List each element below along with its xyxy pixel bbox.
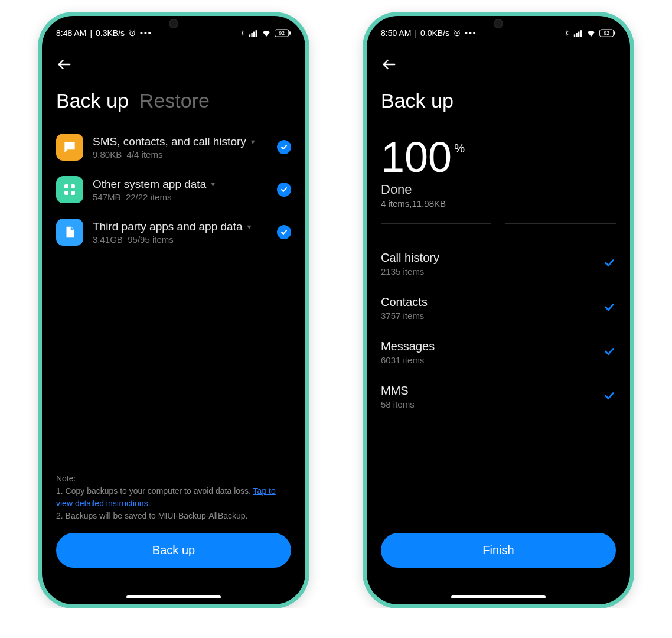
signal-icon bbox=[249, 30, 258, 37]
category-third-party[interactable]: Third party apps and app data ▼ 3.41GB 9… bbox=[56, 219, 291, 246]
chevron-down-icon: ▼ bbox=[250, 138, 256, 145]
finish-button[interactable]: Finish bbox=[381, 533, 616, 568]
wifi-icon bbox=[262, 30, 271, 37]
svg-rect-10 bbox=[64, 191, 68, 195]
done-label: Done bbox=[381, 182, 616, 197]
battery-icon: 92 bbox=[599, 29, 616, 37]
svg-rect-11 bbox=[71, 191, 75, 195]
svg-rect-18 bbox=[614, 31, 615, 35]
percent-number: 100 bbox=[381, 136, 452, 178]
result-sub: 2135 items bbox=[381, 266, 439, 276]
screen-1: 8:48 AM | 0.3KB/s ••• 92 bbox=[42, 16, 305, 604]
svg-rect-2 bbox=[251, 33, 252, 37]
grid-app-icon bbox=[56, 176, 83, 203]
category-items: 22/22 items bbox=[126, 192, 172, 202]
chevron-down-icon: ▼ bbox=[210, 181, 216, 188]
svg-rect-15 bbox=[578, 32, 579, 37]
alarm-icon bbox=[128, 29, 136, 37]
result-title: Contacts bbox=[381, 295, 428, 309]
home-indicator[interactable] bbox=[451, 595, 546, 598]
category-items: 95/95 items bbox=[128, 235, 174, 245]
svg-rect-13 bbox=[574, 34, 575, 37]
svg-rect-8 bbox=[64, 184, 68, 188]
category-items: 4/4 items bbox=[127, 149, 163, 160]
checkbox-selected[interactable] bbox=[277, 140, 291, 154]
svg-rect-9 bbox=[71, 184, 75, 188]
result-title: MMS bbox=[381, 384, 415, 398]
page-title: Back up bbox=[381, 89, 616, 112]
tab-restore[interactable]: Restore bbox=[139, 89, 210, 112]
result-messages: Messages 6031 items bbox=[381, 330, 616, 375]
check-icon bbox=[603, 389, 616, 405]
notch bbox=[463, 16, 534, 31]
result-title: Call history bbox=[381, 251, 439, 265]
message-app-icon bbox=[56, 134, 83, 161]
svg-rect-14 bbox=[576, 33, 577, 37]
status-net-speed: 0.3KB/s bbox=[96, 28, 125, 38]
done-summary: 4 items,11.98KB bbox=[381, 198, 616, 209]
check-icon bbox=[603, 301, 616, 316]
result-contacts: Contacts 3757 items bbox=[381, 286, 616, 330]
home-indicator[interactable] bbox=[126, 595, 221, 598]
result-mms: MMS 58 items bbox=[381, 375, 616, 419]
category-title: SMS, contacts, and call history bbox=[93, 135, 246, 148]
result-sub: 3757 items bbox=[381, 311, 428, 321]
progress-percent: 100 % bbox=[381, 136, 616, 178]
svg-rect-16 bbox=[580, 30, 582, 37]
backup-button[interactable]: Back up bbox=[56, 533, 291, 568]
status-divider: | bbox=[90, 28, 92, 38]
tab-backup[interactable]: Back up bbox=[56, 89, 129, 112]
result-sub: 58 items bbox=[381, 399, 415, 409]
category-system[interactable]: Other system app data ▼ 547MB 22/22 item… bbox=[56, 176, 291, 203]
bluetooth-icon bbox=[564, 29, 570, 37]
category-size: 3.41GB bbox=[93, 235, 123, 245]
status-time: 8:50 AM bbox=[381, 28, 411, 38]
checkbox-selected[interactable] bbox=[277, 183, 291, 197]
svg-rect-3 bbox=[253, 32, 255, 37]
wifi-icon bbox=[586, 30, 596, 37]
chevron-down-icon: ▼ bbox=[246, 223, 253, 230]
bluetooth-icon bbox=[239, 29, 245, 37]
category-title: Third party apps and app data bbox=[93, 220, 243, 233]
svg-rect-6 bbox=[289, 31, 291, 35]
battery-icon: 92 bbox=[275, 29, 291, 37]
progress-bars bbox=[381, 223, 616, 224]
check-icon bbox=[603, 256, 616, 272]
category-title: Other system app data bbox=[93, 178, 206, 191]
percent-symbol: % bbox=[454, 142, 465, 155]
note-line-1b: . bbox=[148, 499, 151, 508]
tab-row: Back up Restore bbox=[56, 89, 291, 112]
note-block: Note: 1. Copy backups to your computer t… bbox=[56, 473, 291, 522]
result-title: Messages bbox=[381, 340, 435, 353]
status-time: 8:48 AM bbox=[56, 28, 86, 38]
screen-2: 8:50 AM | 0.0KB/s ••• 92 bbox=[367, 16, 630, 604]
phone-1: 8:48 AM | 0.3KB/s ••• 92 bbox=[38, 12, 309, 608]
category-sms[interactable]: SMS, contacts, and call history ▼ 9.80KB… bbox=[56, 134, 291, 161]
result-sub: 6031 items bbox=[381, 355, 435, 365]
file-app-icon bbox=[56, 219, 83, 246]
back-button[interactable] bbox=[381, 56, 399, 74]
check-icon bbox=[603, 345, 616, 360]
alarm-icon bbox=[453, 29, 461, 37]
svg-text:92: 92 bbox=[604, 30, 609, 36]
note-heading: Note: bbox=[56, 473, 291, 485]
category-size: 9.80KB bbox=[93, 149, 122, 160]
category-size: 547MB bbox=[93, 192, 121, 202]
checkbox-selected[interactable] bbox=[277, 225, 291, 239]
signal-icon bbox=[573, 30, 583, 37]
phone-2: 8:50 AM | 0.0KB/s ••• 92 bbox=[363, 12, 634, 608]
result-call-history: Call history 2135 items bbox=[381, 242, 616, 286]
svg-rect-1 bbox=[249, 34, 250, 37]
back-button[interactable] bbox=[56, 56, 74, 74]
status-net-speed: 0.0KB/s bbox=[420, 28, 449, 38]
note-line-2: 2. Backups will be saved to MIUI-Backup-… bbox=[56, 510, 291, 522]
svg-rect-4 bbox=[256, 30, 257, 37]
note-line-1a: 1. Copy backups to your computer to avoi… bbox=[56, 486, 253, 496]
svg-text:92: 92 bbox=[279, 30, 285, 36]
notch bbox=[138, 16, 209, 31]
status-divider: | bbox=[415, 28, 417, 38]
